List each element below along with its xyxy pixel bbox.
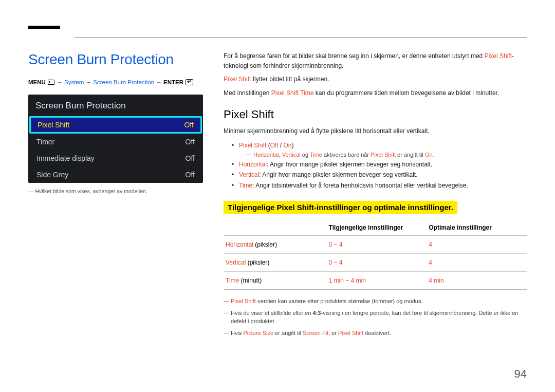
bullet-list: Pixel Shift (Off / On) Horizontal, Verti…	[232, 140, 527, 191]
note-1: Pixel Shift-verdien kan variere etter pr…	[224, 297, 527, 306]
enter-icon	[186, 79, 193, 85]
osd-menu-panel: Screen Burn Protection Pixel Shift Off T…	[28, 95, 203, 183]
menu-icon	[48, 80, 54, 85]
bullet-horizontal: Horizontal: Angir hvor mange piksler skj…	[232, 159, 527, 170]
menu-item-pixel-shift[interactable]: Pixel Shift Off	[29, 116, 202, 134]
page-number: 94	[514, 367, 527, 381]
note-2: Hvis du viser et stillbilde eller en 4:3…	[224, 309, 527, 326]
table-header-empty	[224, 220, 327, 236]
menu-item-side-grey[interactable]: Side Grey Off	[28, 166, 203, 183]
table-header-optimal: Optimale innstillinger	[427, 220, 527, 236]
menu-item-timer[interactable]: Timer Off	[28, 134, 203, 150]
highlight-heading: Tilgjengelige Pixel Shift-innstillinger …	[224, 201, 457, 214]
bullet-vertical: Vertical: Angir hvor mange piksler skjer…	[232, 170, 527, 180]
bullet-time: Time: Angir tidsintervallet for å foreta…	[232, 180, 527, 191]
section-subtext: Minimer skjerminnbrenning ved å flytte p…	[224, 126, 527, 136]
table-header-available: Tilgjengelige innstillinger	[327, 220, 427, 236]
table-row: Time (minutt) 1 min ~ 4 min 4 min	[224, 272, 527, 290]
settings-table: Tilgjengelige innstillinger Optimale inn…	[224, 220, 527, 290]
bullet-pixel-shift: Pixel Shift (Off / On) Horizontal, Verti…	[232, 140, 527, 159]
intro-paragraph-3: Med innstillingen Pixel Shift Time kan d…	[224, 88, 527, 98]
page-title: Screen Burn Protection	[28, 51, 203, 68]
notes-block: Pixel Shift-verdien kan variere etter pr…	[224, 297, 527, 337]
bullet-sub-note: Horizontal, Vertical og Time aktiveres b…	[246, 151, 527, 159]
note-3: Hvis Picture Size er angitt til Screen F…	[224, 329, 527, 338]
intro-paragraph-1: For å begrense faren for at bilder skal …	[224, 51, 527, 70]
osd-menu-title: Screen Burn Protection	[28, 95, 203, 116]
section-marker	[28, 26, 60, 29]
intro-paragraph-2: Pixel Shift flytter bildet litt på skjer…	[224, 74, 527, 84]
breadcrumb: MENU → System → Screen Burn Protection →…	[28, 78, 203, 85]
panel-footnote: ―Hvilket bilde som vises, avhenger av mo…	[28, 188, 203, 194]
table-row: Horizontal (piksler) 0 ~ 4 4	[224, 236, 527, 254]
table-row: Vertical (piksler) 0 ~ 4 4	[224, 254, 527, 272]
menu-item-immediate-display[interactable]: Immediate display Off	[28, 150, 203, 166]
top-divider	[75, 37, 527, 38]
section-heading: Pixel Shift	[224, 108, 527, 121]
